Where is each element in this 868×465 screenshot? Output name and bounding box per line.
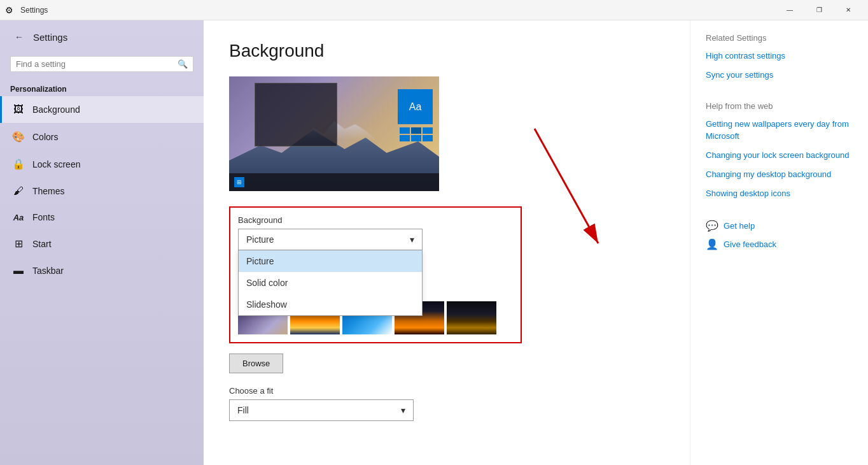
sidebar-item-colors[interactable]: 🎨 Colors — [0, 123, 204, 150]
background-dropdown-options: Picture Solid color Slideshow — [238, 250, 423, 316]
desktop-icons-link[interactable]: Showing desktop icons — [706, 188, 853, 199]
preview-tile-3 — [423, 127, 433, 134]
main-wrapper: Background Aa ⊞ — [204, 20, 868, 465]
sidebar-nav-top: ← Settings — [0, 20, 204, 54]
related-settings-title: Related Settings — [706, 33, 853, 43]
section-divider-2 — [706, 207, 853, 220]
minimize-button[interactable]: — — [775, 0, 804, 20]
colors-icon: 🎨 — [12, 131, 25, 143]
main-content: Background Aa ⊞ — [204, 20, 690, 465]
taskbar-icon: ▬ — [12, 265, 25, 276]
dropdown-option-picture[interactable]: Picture — [239, 250, 422, 272]
get-help-link[interactable]: Get help — [724, 221, 755, 231]
fit-value: Fill — [237, 405, 249, 415]
preview-tile-6 — [423, 135, 433, 141]
page-title: Background — [229, 41, 664, 61]
preview-tile-5 — [411, 135, 421, 141]
wallpaper-thumb-5[interactable] — [447, 301, 496, 334]
background-dropdown-trigger[interactable]: Picture ▾ — [238, 229, 423, 250]
get-help-item[interactable]: 💬 Get help — [706, 220, 853, 232]
window-controls: — ❐ ✕ — [775, 0, 863, 20]
give-feedback-item[interactable]: 👤 Give feedback — [706, 238, 853, 250]
search-box: 🔍 — [10, 56, 193, 72]
fit-label: Choose a fit — [229, 386, 664, 396]
back-button[interactable]: ← — [10, 28, 28, 46]
change-lock-screen-link[interactable]: Changing your lock screen background — [706, 150, 853, 161]
settings-icon: ⚙ — [5, 5, 15, 15]
section-divider — [706, 89, 853, 101]
high-contrast-link[interactable]: High contrast settings — [706, 50, 853, 62]
sidebar-item-label: Colors — [32, 132, 58, 142]
background-dropdown-label: Background — [238, 215, 513, 225]
sidebar-item-label: Start — [32, 239, 52, 249]
sidebar-item-label: Taskbar — [32, 266, 64, 276]
titlebar: ⚙ Settings — ❐ ✕ — [0, 0, 868, 20]
sidebar-item-background[interactable]: 🖼 Background — [0, 96, 204, 123]
preview-window-tile: Aa — [398, 89, 433, 124]
sidebar-item-label: Lock screen — [32, 159, 80, 169]
dropdown-option-solid-color[interactable]: Solid color — [239, 272, 422, 294]
background-icon: 🖼 — [12, 104, 25, 115]
titlebar-title: Settings — [20, 6, 775, 15]
preview-tile-grid — [400, 127, 433, 141]
lock-icon: 🔒 — [12, 158, 25, 170]
sidebar-item-themes[interactable]: 🖌 Themes — [0, 178, 204, 204]
background-preview: Aa ⊞ — [229, 76, 439, 191]
sidebar-item-label: Themes — [32, 186, 65, 196]
sidebar-item-lock-screen[interactable]: 🔒 Lock screen — [0, 150, 204, 178]
dropdown-chevron-icon: ▾ — [410, 234, 414, 245]
new-wallpapers-link[interactable]: Getting new wallpapers every day from Mi… — [706, 118, 853, 141]
app-body: ← Settings 🔍 Personalization 🖼 Backgroun… — [0, 20, 868, 465]
search-input[interactable] — [16, 59, 178, 69]
sidebar-item-start[interactable]: ⊞ Start — [0, 230, 204, 257]
change-desktop-bg-link[interactable]: Changing my desktop background — [706, 169, 853, 180]
preview-start-button: ⊞ — [234, 177, 244, 187]
preview-tile-1 — [400, 127, 410, 134]
preview-tile-2 — [411, 127, 421, 134]
give-feedback-icon: 👤 — [706, 238, 718, 250]
right-panel: Related Settings High contrast settings … — [690, 20, 868, 465]
help-from-web-title: Help from the web — [706, 101, 853, 111]
browse-button[interactable]: Browse — [229, 354, 283, 373]
sidebar-item-label: Fonts — [32, 212, 55, 222]
start-icon: ⊞ — [12, 238, 25, 250]
give-feedback-link[interactable]: Give feedback — [724, 240, 776, 249]
sidebar: ← Settings 🔍 Personalization 🖼 Backgroun… — [0, 20, 204, 465]
sync-settings-link[interactable]: Sync your settings — [706, 69, 853, 81]
themes-icon: 🖌 — [12, 185, 25, 197]
background-selection-box: Background Picture ▾ Picture Solid color… — [229, 206, 522, 343]
preview-tile-4 — [400, 135, 410, 141]
preview-window — [255, 83, 337, 147]
sidebar-app-title: Settings — [33, 32, 67, 43]
close-button[interactable]: ✕ — [834, 0, 863, 20]
sidebar-item-taskbar[interactable]: ▬ Taskbar — [0, 257, 204, 284]
dropdown-selected-value: Picture — [246, 234, 274, 245]
preview-taskbar: ⊞ — [229, 173, 439, 191]
sidebar-section-title: Personalization — [0, 80, 204, 96]
fonts-icon: Aa — [12, 213, 25, 222]
search-icon: 🔍 — [178, 59, 188, 69]
sidebar-item-fonts[interactable]: Aa Fonts — [0, 204, 204, 230]
dropdown-option-slideshow[interactable]: Slideshow — [239, 294, 422, 315]
fit-dropdown[interactable]: Fill ▾ — [229, 399, 414, 421]
maximize-button[interactable]: ❐ — [804, 0, 834, 20]
get-help-icon: 💬 — [706, 220, 718, 232]
sidebar-item-label: Background — [32, 104, 80, 115]
fit-chevron-icon: ▾ — [401, 405, 405, 415]
background-dropdown-wrapper: Picture ▾ Picture Solid color Slideshow — [238, 229, 423, 250]
